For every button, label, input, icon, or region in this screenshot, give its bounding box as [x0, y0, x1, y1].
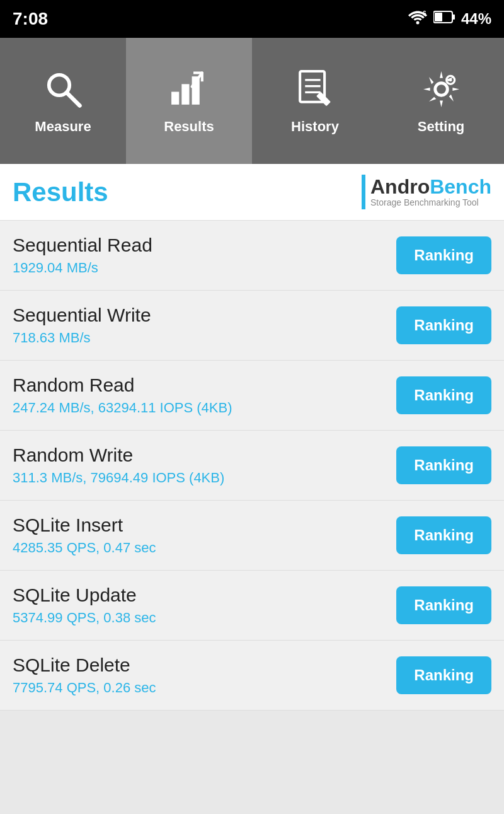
result-name: Random Write	[13, 445, 224, 466]
status-bar: 7:08 6 44%	[0, 0, 504, 38]
brand-name: AndroBench	[370, 176, 491, 198]
result-name: SQLite Delete	[13, 654, 156, 676]
result-name: Random Read	[13, 375, 232, 396]
brand-text: AndroBench Storage Benchmarking Tool	[370, 176, 491, 208]
result-value: 4285.35 QPS, 0.47 sec	[13, 540, 156, 556]
ranking-button[interactable]: Ranking	[396, 306, 491, 344]
result-name: Sequential Read	[13, 235, 152, 256]
svg-point-19	[449, 78, 452, 81]
result-name: SQLite Update	[13, 584, 156, 606]
result-value: 7795.74 QPS, 0.26 sec	[13, 680, 156, 696]
result-value: 1929.04 MB/s	[13, 260, 152, 276]
svg-text:6: 6	[423, 10, 427, 17]
tab-history-label: History	[291, 119, 339, 135]
result-row: Sequential Write 718.63 MB/s Ranking	[0, 291, 504, 361]
ranking-button[interactable]: Ranking	[396, 236, 491, 274]
svg-rect-8	[181, 84, 189, 105]
result-row: Sequential Read 1929.04 MB/s Ranking	[0, 221, 504, 291]
ranking-button[interactable]: Ranking	[396, 376, 491, 414]
history-icon	[293, 67, 337, 111]
result-info: SQLite Insert 4285.35 QPS, 0.47 sec	[13, 515, 156, 556]
ranking-button[interactable]: Ranking	[396, 656, 491, 694]
setting-icon	[419, 67, 463, 111]
results-icon	[167, 67, 211, 111]
svg-rect-3	[452, 15, 455, 20]
result-row: SQLite Delete 7795.74 QPS, 0.26 sec Rank…	[0, 641, 504, 711]
battery-icon	[433, 10, 455, 28]
result-value: 311.3 MB/s, 79694.49 IOPS (4KB)	[13, 470, 224, 486]
brand-bar-accent	[362, 175, 365, 209]
tab-measure[interactable]: Measure	[0, 38, 126, 164]
result-row: SQLite Update 5374.99 QPS, 0.38 sec Rank…	[0, 571, 504, 641]
page-title: Results	[13, 177, 108, 207]
svg-point-17	[435, 83, 447, 95]
tab-history[interactable]: History	[252, 38, 378, 164]
tab-results[interactable]: Results	[126, 38, 252, 164]
ranking-button[interactable]: Ranking	[396, 586, 491, 624]
results-header: Results AndroBench Storage Benchmarking …	[0, 164, 504, 221]
result-row: Random Read 247.24 MB/s, 63294.11 IOPS (…	[0, 361, 504, 431]
result-name: Sequential Write	[13, 305, 151, 326]
status-icons: 6 44%	[408, 9, 491, 28]
result-value: 5374.99 QPS, 0.38 sec	[13, 610, 156, 626]
result-info: Random Write 311.3 MB/s, 79694.49 IOPS (…	[13, 445, 224, 486]
battery-percent: 44%	[461, 10, 491, 28]
svg-line-6	[67, 93, 79, 105]
result-info: Random Read 247.24 MB/s, 63294.11 IOPS (…	[13, 375, 232, 416]
result-info: SQLite Delete 7795.74 QPS, 0.26 sec	[13, 654, 156, 696]
result-info: SQLite Update 5374.99 QPS, 0.38 sec	[13, 584, 156, 626]
svg-point-0	[416, 21, 419, 25]
brand-name-bench: Bench	[430, 175, 491, 198]
results-list: Sequential Read 1929.04 MB/s Ranking Seq…	[0, 221, 504, 711]
tab-measure-label: Measure	[35, 119, 91, 135]
result-value: 718.63 MB/s	[13, 330, 151, 346]
svg-rect-7	[171, 91, 179, 104]
brand-name-andro: Andro	[370, 175, 430, 198]
tab-results-label: Results	[164, 119, 214, 135]
result-row: SQLite Insert 4285.35 QPS, 0.47 sec Rank…	[0, 501, 504, 571]
result-info: Sequential Read 1929.04 MB/s	[13, 235, 152, 276]
wifi-icon: 6	[408, 9, 427, 28]
brand-subtitle: Storage Benchmarking Tool	[370, 198, 491, 207]
status-time: 7:08	[13, 9, 48, 29]
svg-rect-4	[435, 13, 442, 21]
result-value: 247.24 MB/s, 63294.11 IOPS (4KB)	[13, 400, 232, 416]
nav-tabs: Measure Results	[0, 38, 504, 164]
tab-setting[interactable]: Setting	[378, 38, 504, 164]
ranking-button[interactable]: Ranking	[396, 446, 491, 484]
result-name: SQLite Insert	[13, 515, 156, 536]
ranking-button[interactable]: Ranking	[396, 516, 491, 554]
result-row: Random Write 311.3 MB/s, 79694.49 IOPS (…	[0, 431, 504, 501]
result-info: Sequential Write 718.63 MB/s	[13, 305, 151, 346]
brand-logo: AndroBench Storage Benchmarking Tool	[362, 175, 491, 209]
tab-setting-label: Setting	[418, 119, 465, 135]
measure-icon	[41, 67, 85, 111]
